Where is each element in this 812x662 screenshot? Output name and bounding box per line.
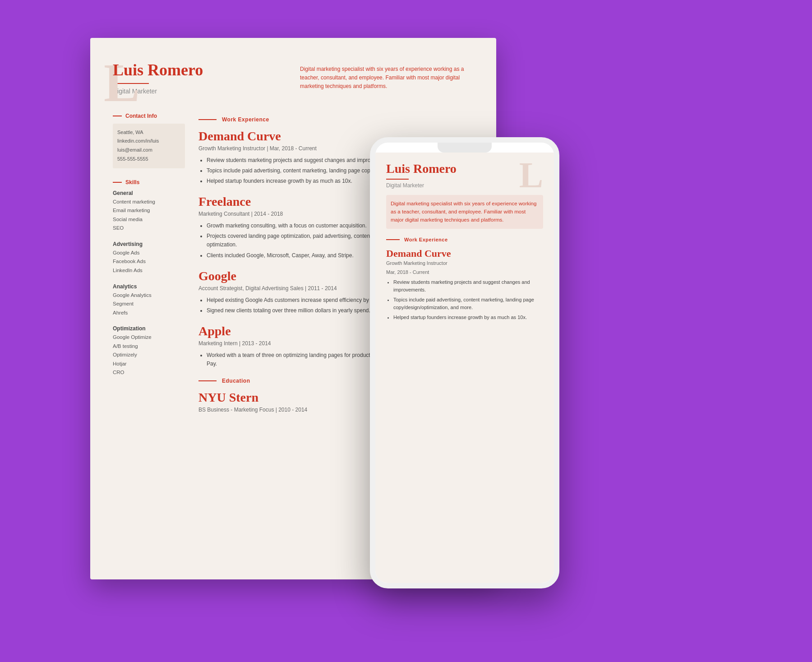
resume-summary: Digital marketing specialist with six ye…	[300, 65, 474, 91]
skills-section: Skills General Content marketing Email m…	[113, 179, 185, 377]
skills-header: Skills	[113, 179, 185, 185]
skill-segment: Segment	[113, 300, 185, 309]
advertising-category: Advertising	[113, 241, 185, 247]
mobile-bullet-item: Topics include paid advertising, content…	[393, 296, 543, 312]
work-title: Work Experience	[222, 116, 269, 123]
contact-section: Contact Info Seattle, WA linkedin.com/in…	[113, 113, 185, 168]
contact-box: Seattle, WA linkedin.com/in/luis luis@em…	[113, 124, 185, 168]
work-experience-header: Work Experience	[198, 116, 474, 123]
mobile-divider	[386, 179, 409, 180]
mobile-job-bullets: Review students marketing projects and s…	[386, 278, 543, 322]
mobile-work-header: Work Experience	[386, 237, 543, 242]
resume-header: L Luis Romero Digital Marketer Digital m…	[90, 38, 496, 108]
skill-linkedin-ads: LinkedIn Ads	[113, 266, 185, 275]
contact-linkedin: linkedin.com/in/luis	[117, 137, 180, 146]
skill-content-marketing: Content marketing	[113, 198, 185, 207]
mobile-notch	[438, 143, 492, 153]
sidebar: Contact Info Seattle, WA linkedin.com/in…	[113, 113, 185, 417]
scene: L Luis Romero Digital Marketer Digital m…	[90, 38, 722, 625]
skill-google-ads: Google Ads	[113, 249, 185, 258]
skill-seo: SEO	[113, 224, 185, 233]
optimization-category: Optimization	[113, 325, 185, 332]
skill-ab-testing: A/B testing	[113, 342, 185, 351]
skill-social-media: Social media	[113, 215, 185, 224]
skill-facebook-ads: Facebook Ads	[113, 257, 185, 266]
mobile-work-line	[386, 239, 400, 240]
skill-google-optimize: Google Optimize	[113, 333, 185, 342]
edu-title: Education	[222, 378, 250, 384]
resume-name: Luis Romero	[113, 60, 286, 79]
mobile-job-sub2: Mar, 2018 - Current	[386, 269, 543, 275]
skills-title: Skills	[125, 179, 139, 185]
contact-title: Contact Info	[125, 113, 157, 119]
contact-header: Contact Info	[113, 113, 185, 119]
skill-optimizely: Optimizely	[113, 351, 185, 360]
skill-cro: CRO	[113, 368, 185, 377]
skill-email-marketing: Email marketing	[113, 206, 185, 215]
contact-phone: 555-555-5555	[117, 155, 180, 164]
header-left: L Luis Romero Digital Marketer	[113, 60, 286, 95]
skills-line	[113, 182, 122, 183]
mobile-name: Luis Romero	[386, 162, 543, 176]
resume-mobile: L Luis Romero Digital Marketer Digital m…	[370, 137, 559, 588]
mobile-header: L Luis Romero Digital Marketer	[386, 162, 543, 189]
general-category: General	[113, 190, 185, 196]
header-right: Digital marketing specialist with six ye…	[300, 60, 474, 95]
mobile-summary: Digital marketing specialist with six ye…	[386, 195, 543, 229]
skill-ahrefs: Ahrefs	[113, 309, 185, 318]
contact-city: Seattle, WA	[117, 128, 180, 137]
contact-line	[113, 116, 122, 116]
mobile-content: L Luis Romero Digital Marketer Digital m…	[375, 153, 554, 583]
edu-line	[198, 380, 217, 381]
analytics-category: Analytics	[113, 283, 185, 290]
skill-hotjar: Hotjar	[113, 360, 185, 369]
mobile-work-title: Work Experience	[404, 237, 448, 242]
contact-email: luis@email.com	[117, 146, 180, 155]
mobile-job-title: Demand Curve	[386, 248, 543, 259]
mobile-bullet-item: Helped startup founders increase growth …	[393, 314, 543, 322]
mobile-bullet-item: Review students marketing projects and s…	[393, 278, 543, 294]
mobile-job-sub1: Growth Marketing Instructor	[386, 260, 543, 266]
skill-google-analytics: Google Analytics	[113, 291, 185, 300]
work-line	[198, 119, 217, 120]
